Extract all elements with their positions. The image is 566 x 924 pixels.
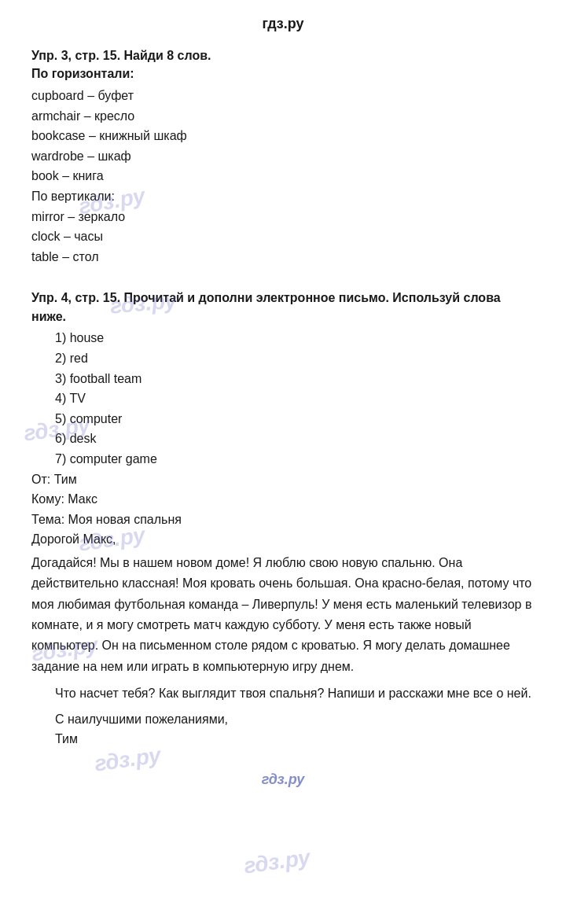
exercise-4-title: Упр. 4, стр. 15. Прочитай и дополни элек… [31, 289, 535, 326]
to-field: Кому: Макс [31, 489, 535, 510]
site-header: гдз.ру [31, 16, 535, 32]
item-6: 6) desk [55, 429, 535, 449]
item-3: 3) football team [55, 369, 535, 389]
item-4: 4) TV [55, 388, 535, 409]
item-2: 2) red [55, 348, 535, 369]
word-table: table – стол [31, 247, 535, 267]
word-armchair: armchair – кресло [31, 106, 535, 127]
word-clock: clock – часы [31, 226, 535, 247]
page-container: гдз.ру гдз.ру гдз.ру гдз.ру гдз.ру гдз.р… [0, 0, 566, 924]
word-cupboard: cupboard – буфет [31, 86, 535, 106]
exercise-3-title: Упр. 3, стр. 15. Найди 8 слов. [31, 46, 535, 65]
word-bookcase: bookcase – книжный шкаф [31, 126, 535, 146]
exercise-3-block: Упр. 3, стр. 15. Найди 8 слов. По горизо… [31, 46, 535, 267]
exercise-4-block: Упр. 4, стр. 15. Прочитай и дополни элек… [31, 289, 535, 749]
closing-field: С наилучшими пожеланиями, [55, 709, 535, 730]
word-wardrobe: wardrobe – шкаф [31, 146, 535, 167]
sign-field: Тим [55, 729, 535, 749]
from-field: От: Тим [31, 469, 535, 490]
greeting-field: Дорогой Макс, [31, 529, 535, 550]
paragraph-2: Что насчет тебя? Как выглядит твоя спаль… [31, 683, 535, 704]
item-7: 7) computer game [55, 449, 535, 469]
vertical-label: По вертикали: [31, 186, 535, 207]
item-5: 5) computer [55, 409, 535, 429]
exercise-3-subtitle: По горизонтали: [31, 67, 535, 81]
word-mirror: mirror – зеркало [31, 207, 535, 227]
word-book: book – книга [31, 166, 535, 186]
footer-watermark: гдз.ру [31, 771, 535, 788]
paragraph-1: Догадайся! Мы в нашем новом доме! Я любл… [31, 553, 535, 677]
item-1: 1) house [55, 328, 535, 348]
subject-field: Тема: Моя новая спальня [31, 510, 535, 530]
watermark-7: гдз.ру [242, 845, 311, 878]
